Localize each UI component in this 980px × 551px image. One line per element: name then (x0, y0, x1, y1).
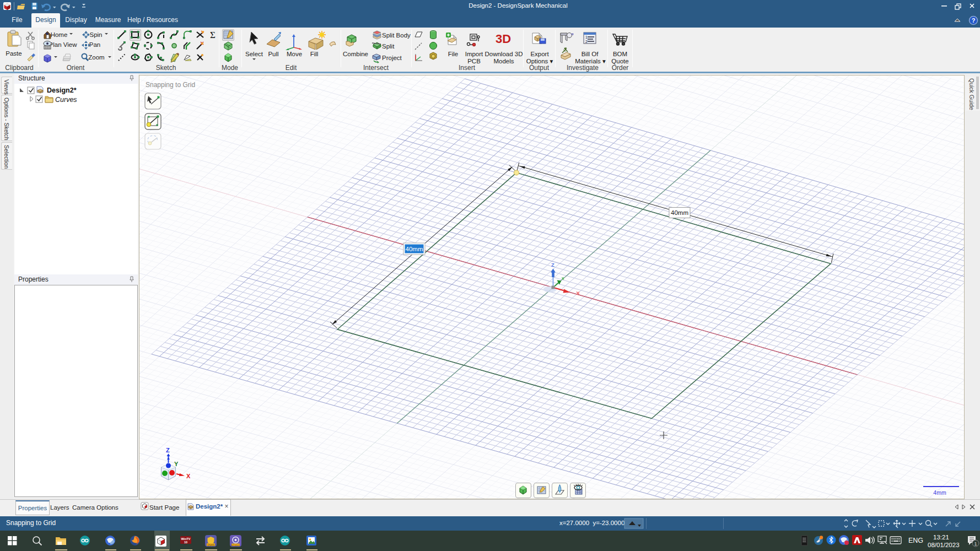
svg-text:3D: 3D (496, 32, 511, 46)
svg-text:Curves: Curves (55, 96, 77, 104)
svg-text:Z: Z (551, 262, 554, 268)
svg-text:Snapping to Grid: Snapping to Grid (146, 81, 195, 89)
svg-text:08/01/2023: 08/01/2023 (928, 542, 960, 548)
svg-text:Z: Z (166, 447, 170, 453)
svg-text:Σ: Σ (210, 30, 216, 40)
svg-text:STUDIO: STUDIO (231, 544, 241, 547)
svg-text:?: ? (972, 17, 976, 24)
svg-text:X: X (186, 473, 191, 479)
svg-text:1: 1 (585, 35, 588, 39)
svg-text:ENG: ENG (908, 537, 923, 544)
svg-text:4mm: 4mm (933, 489, 946, 496)
svg-text:40mm: 40mm (671, 209, 688, 216)
svg-text:40mm: 40mm (406, 246, 423, 252)
svg-text:Y: Y (174, 461, 179, 467)
svg-text:10: 10 (184, 541, 187, 544)
svg-text:DSAN: DSAN (207, 544, 214, 547)
svg-text:2: 2 (585, 40, 588, 44)
svg-text:13:21: 13:21 (933, 534, 949, 541)
svg-text:1: 1 (974, 541, 977, 547)
svg-text:Design2*: Design2* (47, 87, 77, 94)
